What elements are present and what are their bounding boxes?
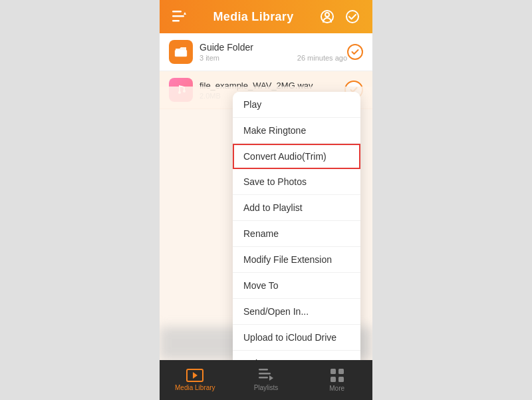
playlists-nav-icon [259,369,273,382]
svg-rect-7 [175,50,187,57]
svg-point-6 [346,11,358,23]
menu-item-move-to[interactable]: Move To [233,273,360,299]
svg-rect-12 [259,373,271,375]
bottom-navigation: Media Library Playlists More [160,360,372,400]
menu-item-rename[interactable]: Rename [233,221,360,247]
folder-item[interactable]: Guide Folder 3 item 26 minutes ago [160,33,372,71]
svg-point-5 [325,13,329,17]
nav-label-playlists: Playlists [254,384,279,391]
folder-item-count: 3 item [200,54,219,62]
nav-item-media-library[interactable]: Media Library [160,369,231,391]
svg-rect-18 [338,377,344,382]
sort-icon[interactable] [170,7,189,26]
nav-label-more: More [329,385,344,392]
menu-item-convert-audio-trim-[interactable]: Convert Audio(Trim) [233,144,360,169]
menu-item-upload-to-icloud-drive[interactable]: Upload to iCloud Drive [233,325,360,351]
more-nav-icon [330,368,344,383]
folder-info: Guide Folder 3 item 26 minutes ago [200,42,347,62]
context-menu: PlayMake RingtoneConvert Audio(Trim)Save… [233,92,360,376]
menu-item-modify-file-extension[interactable]: Modify File Extension [233,247,360,273]
phone-container: Media Library [160,0,372,400]
menu-item-play[interactable]: Play [233,92,360,118]
folder-check-icon[interactable] [347,44,363,60]
svg-rect-1 [172,15,184,17]
nav-item-more[interactable]: More [301,368,372,392]
svg-marker-14 [269,375,273,381]
header-title: Media Library [213,10,294,24]
person-icon[interactable] [318,7,336,26]
folder-meta: 3 item 26 minutes ago [200,54,347,62]
folder-icon [169,40,193,64]
header-check-icon[interactable] [343,7,362,26]
svg-marker-3 [184,12,186,15]
svg-rect-13 [259,377,268,379]
folder-name: Guide Folder [200,42,347,53]
svg-rect-2 [172,20,180,22]
nav-item-playlists[interactable]: Playlists [231,369,302,391]
svg-rect-15 [331,369,336,374]
menu-item-save-to-photos[interactable]: Save to Photos [233,169,360,195]
app-header: Media Library [160,0,372,33]
menu-item-add-to-playlist[interactable]: Add to Playlist [233,195,360,221]
svg-rect-16 [338,369,344,374]
menu-item-make-ringtone[interactable]: Make Ringtone [233,118,360,144]
svg-rect-0 [172,11,182,13]
media-library-nav-icon [186,369,203,382]
menu-item-send-open-in...[interactable]: Send/Open In... [233,299,360,325]
nav-label-media-library: Media Library [175,384,215,391]
folder-time: 26 minutes ago [297,54,347,62]
svg-rect-11 [259,369,268,371]
svg-rect-17 [331,377,336,382]
